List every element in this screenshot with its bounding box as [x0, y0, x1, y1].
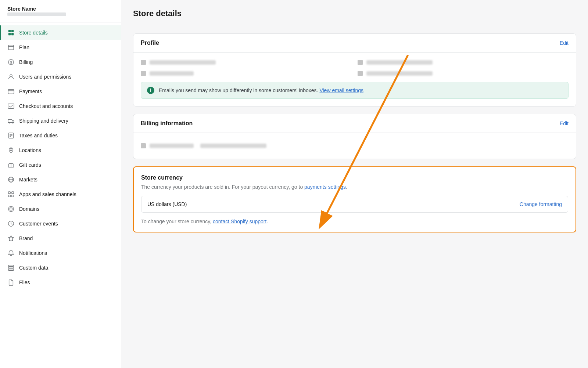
sidebar-item-checkout-accounts[interactable]: Checkout and accounts [0, 99, 121, 113]
currency-title: Store currency [141, 174, 568, 181]
users-permissions-icon [7, 73, 15, 80]
sidebar-item-brand[interactable]: Brand [0, 231, 121, 246]
sidebar-item-label-customer-events: Customer events [19, 221, 58, 227]
sidebar-item-label-store-details: Store details [19, 30, 48, 36]
sidebar-item-label-shipping-delivery: Shipping and delivery [19, 118, 68, 124]
store-header: Store Name [0, 0, 121, 22]
sidebar-nav: Store details Plan $ Billing Users and p… [0, 22, 121, 293]
store-currency-card: Store currency The currency your product… [133, 166, 576, 232]
sidebar-item-gift-cards[interactable]: Gift cards [0, 158, 121, 172]
svg-rect-0 [8, 30, 11, 32]
billing-info-card: Billing information Edit [133, 114, 576, 159]
billing-card-header: Billing information Edit [133, 114, 576, 133]
currency-card-body: Store currency The currency your product… [134, 167, 576, 232]
sidebar-item-domains[interactable]: Domains [0, 202, 121, 216]
sidebar-item-label-plan: Plan [19, 44, 29, 50]
sidebar-item-label-custom-data: Custom data [19, 265, 48, 271]
profile-fields-grid [141, 60, 569, 76]
sidebar-item-apps-sales-channels[interactable]: Apps and sales channels [0, 187, 121, 202]
sidebar-item-plan[interactable]: Plan [0, 40, 121, 55]
view-email-settings-link[interactable]: View email settings [319, 87, 363, 93]
profile-field-2 [358, 60, 569, 65]
sidebar-item-label-files: Files [19, 279, 30, 285]
sidebar-item-files[interactable]: Files [0, 275, 121, 290]
email-info-banner: i Emails you send may show up differentl… [141, 82, 569, 99]
sidebar-item-customer-events[interactable]: Customer events [0, 216, 121, 231]
sidebar-item-taxes-duties[interactable]: Taxes and duties [0, 128, 121, 143]
field-value-3 [150, 71, 194, 76]
svg-point-19 [10, 149, 12, 151]
apps-sales-channels-icon [7, 191, 15, 198]
svg-rect-25 [8, 192, 10, 194]
field-icon-4 [358, 71, 363, 76]
field-icon-2 [358, 60, 363, 65]
svg-rect-3 [11, 33, 14, 35]
store-name: Store Name [7, 6, 114, 12]
profile-card-title: Profile [141, 40, 159, 46]
sidebar-item-label-billing: Billing [19, 59, 33, 65]
sidebar-item-label-brand: Brand [19, 235, 33, 241]
field-value-1 [150, 60, 216, 65]
sidebar-item-users-permissions[interactable]: Users and permissions [0, 69, 121, 84]
sidebar-item-shipping-delivery[interactable]: Shipping and delivery [0, 113, 121, 128]
sidebar-item-markets[interactable]: Markets [0, 172, 121, 187]
billing-edit-button[interactable]: Edit [560, 120, 569, 126]
payments-settings-link[interactable]: payments settings [304, 184, 346, 190]
locations-icon [7, 147, 15, 154]
svg-line-33 [11, 224, 12, 224]
domains-icon [7, 205, 15, 213]
profile-card: Profile Edit [133, 33, 576, 107]
sidebar-item-billing[interactable]: $ Billing [0, 55, 121, 69]
svg-rect-27 [8, 195, 10, 197]
change-formatting-button[interactable]: Change formatting [520, 201, 562, 207]
currency-description: The currency your products are sold in. … [141, 184, 568, 190]
sidebar-item-label-notifications: Notifications [19, 250, 47, 256]
sidebar-item-payments[interactable]: Payments [0, 84, 121, 99]
taxes-duties-icon [7, 132, 15, 139]
field-value-4 [366, 71, 433, 76]
svg-text:$: $ [10, 61, 12, 64]
files-icon [7, 279, 15, 286]
store-subdomain [7, 12, 66, 16]
sidebar-item-label-domains: Domains [19, 206, 39, 212]
sidebar-item-store-details[interactable]: Store details [0, 25, 121, 40]
sidebar: Store Name Store details Plan $ Billing … [0, 0, 121, 368]
svg-rect-35 [8, 267, 14, 268]
sidebar-item-label-checkout-accounts: Checkout and accounts [19, 103, 73, 109]
sidebar-item-label-payments: Payments [19, 89, 42, 94]
info-icon: i [147, 87, 154, 94]
custom-data-icon [7, 264, 15, 271]
profile-field-1 [141, 60, 352, 65]
section-divider [133, 26, 576, 26]
svg-rect-1 [11, 30, 14, 32]
brand-icon [7, 235, 15, 242]
sidebar-item-notifications[interactable]: Notifications [0, 246, 121, 260]
shipping-delivery-icon [7, 117, 15, 125]
currency-footer: To change your store currency, contact S… [141, 219, 568, 224]
svg-rect-2 [8, 33, 11, 35]
sidebar-item-label-markets: Markets [19, 177, 37, 183]
billing-icon-1 [141, 143, 146, 148]
contact-shopify-support-link[interactable]: contact Shopify support [213, 219, 266, 224]
gift-cards-icon [7, 161, 15, 169]
notifications-icon [7, 249, 15, 257]
profile-card-body: i Emails you send may show up differentl… [133, 53, 576, 106]
svg-rect-9 [8, 90, 14, 94]
currency-row: US dollars (USD) Change formatting [141, 196, 568, 213]
billing-value-1 [150, 144, 194, 148]
sidebar-item-custom-data[interactable]: Custom data [0, 260, 121, 275]
sidebar-item-label-users-permissions: Users and permissions [19, 74, 71, 80]
billing-field-1 [141, 140, 569, 151]
sidebar-item-locations[interactable]: Locations [0, 143, 121, 158]
sidebar-item-label-gift-cards: Gift cards [19, 162, 41, 168]
profile-edit-button[interactable]: Edit [560, 40, 569, 46]
svg-rect-34 [8, 265, 14, 267]
payments-icon [7, 88, 15, 95]
svg-rect-12 [8, 119, 12, 122]
billing-value-2 [200, 144, 266, 148]
profile-card-header: Profile Edit [133, 34, 576, 53]
currency-name: US dollars (USD) [147, 201, 187, 207]
billing-icon: $ [7, 58, 15, 66]
profile-field-3 [141, 71, 352, 76]
customer-events-icon [7, 220, 15, 227]
